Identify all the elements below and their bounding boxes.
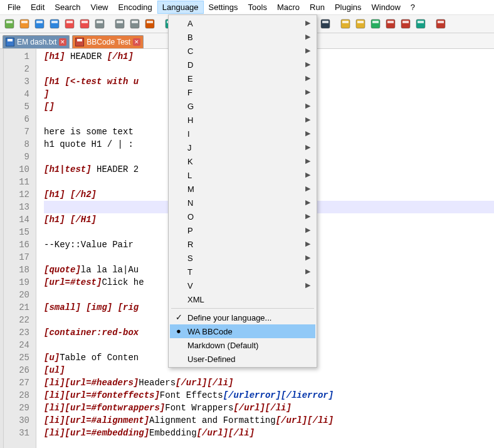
lang-submenu-s[interactable]: S▶ — [170, 251, 315, 265]
lang-submenu-xml[interactable]: XML — [170, 292, 315, 306]
line-number: 7 — [4, 125, 29, 138]
lang-submenu-h[interactable]: H▶ — [170, 113, 315, 127]
menu-language[interactable]: Language — [157, 1, 204, 14]
svg-rect-17 — [132, 21, 138, 23]
cut-icon[interactable] — [113, 17, 127, 31]
submenu-arrow-icon: ▶ — [305, 102, 310, 110]
lang-item-markdown-default-[interactable]: Markdown (Default) — [170, 338, 315, 352]
token-tag: [] — [44, 102, 55, 112]
token-tag: [container:red-box — [44, 328, 139, 338]
menu-search[interactable]: Search — [50, 1, 85, 14]
show-all-icon[interactable] — [318, 17, 332, 31]
menu-plugins[interactable]: Plugins — [330, 1, 367, 14]
monitor-icon[interactable] — [414, 17, 428, 31]
lang-submenu-t[interactable]: T▶ — [170, 265, 315, 279]
submenu-arrow-icon: ▶ — [305, 33, 310, 41]
tab-em-dash-txt[interactable]: EM dash.txt✕ — [3, 35, 70, 48]
menu-item-label: C — [187, 46, 193, 56]
lang-submenu-a[interactable]: A▶ — [170, 16, 315, 30]
code-line[interactable]: [li][url=#fonteffects]Font Effects[/urle… — [44, 389, 494, 402]
line-number: 29 — [4, 402, 29, 414]
indent-guide-icon[interactable] — [339, 17, 352, 31]
svg-rect-5 — [36, 21, 43, 23]
tab-close-icon[interactable]: ✕ — [133, 38, 140, 46]
open-icon[interactable] — [18, 17, 31, 31]
menu-edit[interactable]: Edit — [26, 1, 50, 14]
lang-submenu-f[interactable]: F▶ — [170, 85, 315, 99]
func-list-icon[interactable] — [384, 17, 397, 31]
tab-bbcode-test[interactable]: BBCode Test✕ — [72, 35, 144, 48]
lang-item-define-your-language-[interactable]: ✓Define your language... — [170, 311, 315, 324]
lang-submenu-k[interactable]: K▶ — [170, 154, 315, 168]
lang-submenu-l[interactable]: L▶ — [170, 168, 315, 182]
line-number: 17 — [4, 251, 29, 264]
close-icon[interactable] — [63, 17, 76, 31]
fold-icon[interactable] — [354, 17, 367, 31]
menu-item-label: P — [187, 226, 193, 235]
menu-file[interactable]: File — [3, 1, 26, 14]
close-all-icon[interactable] — [78, 17, 92, 31]
lang-item-user-defined[interactable]: User-Defined — [170, 352, 315, 366]
menu-window[interactable]: Window — [367, 1, 406, 14]
menu-settings[interactable]: Settings — [204, 1, 243, 14]
token-tag: [/H1] — [70, 215, 97, 225]
lang-submenu-r[interactable]: R▶ — [170, 237, 315, 251]
line-number: 22 — [4, 314, 29, 326]
lang-submenu-g[interactable]: G▶ — [170, 99, 315, 113]
token-txt: la la la|Au — [81, 265, 139, 275]
code-line[interactable]: [li][url=#embedding]Embedding[/url][/li] — [44, 427, 494, 439]
code-line[interactable]: [li][url=#headers]Headers[/url][/li] — [44, 376, 494, 389]
lang-submenu-j[interactable]: J▶ — [170, 141, 315, 154]
token-txt: Headers — [139, 378, 176, 388]
menu-encoding[interactable]: Encoding — [113, 1, 157, 14]
lang-submenu-n[interactable]: N▶ — [170, 196, 315, 210]
doc-map-icon[interactable] — [369, 17, 382, 31]
token-txt — [112, 302, 117, 312]
code-line[interactable]: [li][url=#alignment]Alignment and Format… — [44, 414, 494, 427]
folder-icon[interactable] — [399, 17, 413, 31]
lang-submenu-o[interactable]: O▶ — [170, 210, 315, 223]
lang-submenu-e[interactable]: E▶ — [170, 72, 315, 85]
record-icon[interactable] — [434, 17, 448, 31]
lang-submenu-i[interactable]: I▶ — [170, 127, 315, 141]
menu-view[interactable]: View — [86, 1, 113, 14]
menu-divider — [171, 308, 314, 309]
paste-icon[interactable] — [143, 17, 157, 31]
lang-item-wa-bbcode[interactable]: ●WA BBCode — [170, 324, 315, 338]
lang-submenu-p[interactable]: P▶ — [170, 223, 315, 237]
line-number-gutter: 1234567891011121314151617181920212223242… — [4, 49, 36, 448]
lang-submenu-c[interactable]: C▶ — [170, 44, 315, 58]
submenu-arrow-icon: ▶ — [305, 129, 310, 137]
menu-item-label: Markdown (Default) — [187, 341, 258, 350]
save-icon[interactable] — [33, 17, 46, 31]
lang-submenu-d[interactable]: D▶ — [170, 58, 315, 72]
lang-submenu-m[interactable]: M▶ — [170, 182, 315, 196]
submenu-arrow-icon: ▶ — [305, 19, 310, 27]
menu-tools[interactable]: Tools — [243, 1, 272, 14]
new-file-icon[interactable] — [3, 17, 16, 31]
code-line[interactable]: [li][url=#fontwrappers]Font Wrappers[/ur… — [44, 402, 494, 414]
lang-submenu-b[interactable]: B▶ — [170, 30, 315, 44]
copy-icon[interactable] — [128, 17, 142, 31]
line-number: 3 — [4, 75, 29, 88]
token-tag: [/url][/li] — [233, 403, 291, 413]
menu-run[interactable]: Run — [305, 1, 330, 14]
token-txt: --Key::Value Pair — [44, 240, 139, 250]
line-number: 1 — [4, 50, 29, 63]
line-number: 8 — [4, 138, 29, 151]
token-txt — [65, 215, 70, 225]
print-icon[interactable] — [93, 17, 107, 31]
lang-submenu-v[interactable]: V▶ — [170, 279, 315, 292]
submenu-arrow-icon: ▶ — [305, 226, 310, 234]
tab-close-icon[interactable]: ✕ — [59, 38, 66, 46]
token-tag: [li][url=#alignment] — [44, 415, 149, 425]
menu-macro[interactable]: Macro — [272, 1, 305, 14]
submenu-arrow-icon: ▶ — [305, 74, 310, 82]
token-tag: [/h1] — [107, 51, 134, 61]
svg-rect-1 — [6, 21, 13, 23]
menu-q[interactable]: ? — [406, 1, 420, 14]
line-number: 25 — [4, 351, 29, 364]
line-number: 4 — [4, 88, 29, 100]
save-all-icon[interactable] — [48, 17, 61, 31]
submenu-arrow-icon: ▶ — [305, 115, 310, 124]
